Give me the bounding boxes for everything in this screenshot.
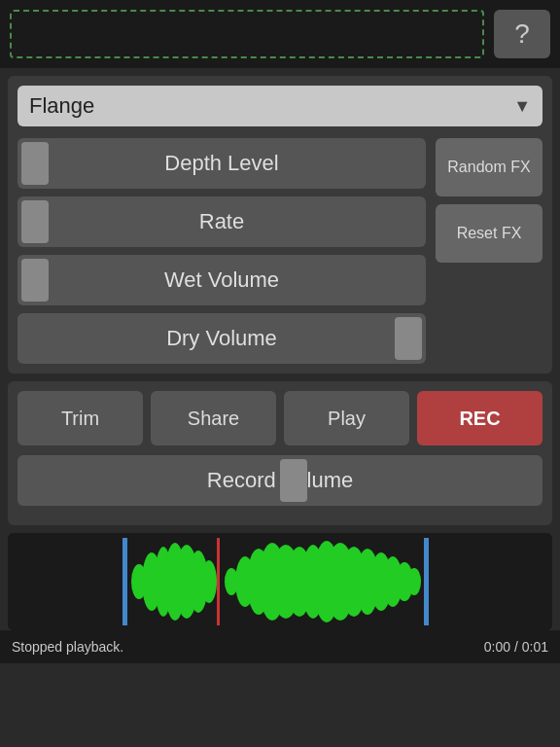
rate-label: Rate [18, 209, 426, 234]
depth-level-handle[interactable] [21, 142, 49, 185]
help-button[interactable]: ? [494, 10, 550, 58]
chevron-down-icon: ▼ [513, 96, 531, 117]
time-display: 0:00 / 0:01 [484, 639, 548, 655]
depth-level-label: Depth Level [18, 151, 426, 176]
dry-volume-label: Dry Volume [18, 326, 426, 351]
svg-rect-3 [217, 538, 220, 625]
wet-volume-label: Wet Volume [18, 267, 426, 293]
trim-button[interactable]: Trim [18, 391, 143, 445]
wet-volume-handle[interactable] [21, 259, 49, 302]
sliders-column: Depth Level Rate Wet Volume Dry Volume [18, 138, 426, 364]
dry-volume-slider[interactable]: Dry Volume [18, 313, 426, 364]
play-button[interactable]: Play [284, 391, 409, 445]
svg-point-25 [407, 568, 421, 595]
fx-buttons-column: Random FX Reset FX [436, 138, 542, 364]
rate-slider[interactable]: Rate [18, 196, 426, 247]
fx-dropdown-label: Flange [29, 93, 513, 119]
top-bar: ? [0, 0, 560, 68]
depth-level-slider[interactable]: Depth Level [18, 138, 426, 189]
dry-volume-handle[interactable] [395, 317, 422, 360]
rec-button[interactable]: REC [417, 391, 542, 445]
svg-rect-1 [122, 538, 127, 625]
svg-point-10 [201, 560, 217, 603]
record-volume-handle[interactable] [280, 459, 307, 502]
status-text: Stopped playback. [12, 639, 123, 655]
wet-volume-slider[interactable]: Wet Volume [18, 255, 426, 305]
waveform-svg [8, 533, 552, 630]
controls-area: Depth Level Rate Wet Volume Dry Volume R… [18, 138, 542, 364]
record-volume-slider[interactable]: Record Volume [18, 455, 542, 506]
transport-buttons-row: Trim Share Play REC [18, 391, 542, 445]
reset-fx-button[interactable]: Reset FX [436, 204, 542, 263]
transport-section: Trim Share Play REC Record Volume [8, 381, 552, 525]
share-button[interactable]: Share [151, 391, 276, 445]
status-bar: Stopped playback. 0:00 / 0:01 [0, 630, 560, 663]
svg-rect-2 [424, 538, 429, 625]
top-waveform-display [10, 10, 484, 58]
fx-dropdown[interactable]: Flange ▼ [18, 86, 542, 126]
random-fx-button[interactable]: Random FX [436, 138, 542, 196]
waveform-area [8, 533, 552, 630]
fx-section: Flange ▼ Depth Level Rate Wet Volume [8, 76, 552, 374]
rate-handle[interactable] [21, 200, 49, 243]
